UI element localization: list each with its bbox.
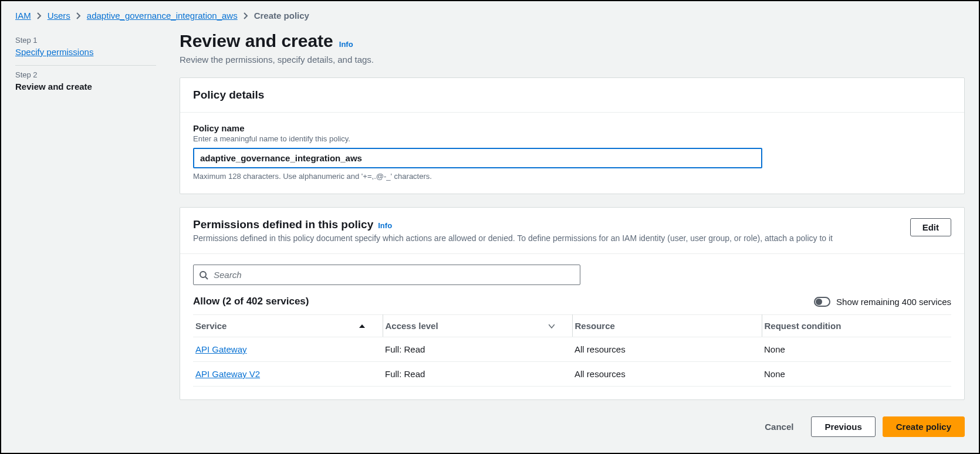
edit-button[interactable]: Edit [910,218,951,236]
show-remaining-label: Show remaining 400 services [836,297,951,307]
service-link-api-gateway-v2[interactable]: API Gateway V2 [195,369,260,379]
svg-line-1 [205,277,208,279]
policy-name-constraint: Maximum 128 characters. Use alphanumeric… [193,172,951,181]
allow-summary: Allow (2 of 402 services) [193,296,309,307]
show-remaining-toggle[interactable] [814,297,830,307]
chevron-right-icon [244,12,248,19]
breadcrumb-user-name[interactable]: adaptive_governance_integration_aws [87,11,238,21]
page-subtitle: Review the permissions, specify details,… [180,55,965,65]
chevron-right-icon [37,12,42,19]
service-link-api-gateway[interactable]: API Gateway [195,344,247,354]
cell-resource: All resources [572,337,762,362]
cancel-button[interactable]: Cancel [754,417,804,436]
sort-asc-icon [359,323,365,329]
step-2: Step 2 Review and create [15,66,156,100]
sort-none-icon [549,323,555,329]
col-resource: Resource [572,315,762,337]
permissions-description: Permissions defined in this policy docum… [193,233,833,243]
policy-details-panel: Policy details Policy name Enter a meani… [180,77,965,194]
table-row: API Gateway Full: Read All resources Non… [193,337,951,362]
table-row: API Gateway V2 Full: Read All resources … [193,362,951,387]
policy-details-title: Policy details [193,89,264,101]
cell-access: Full: Read [383,337,572,362]
col-access-level[interactable]: Access level [383,315,572,337]
create-policy-button[interactable]: Create policy [883,416,965,437]
permissions-table: Service Access level [193,314,951,387]
previous-button[interactable]: Previous [811,416,875,437]
wizard-stepper: Step 1 Specify permissions Step 2 Review… [15,31,156,100]
policy-name-input[interactable] [193,148,762,168]
cell-condition: None [762,337,951,362]
svg-point-0 [200,272,206,277]
search-icon [199,270,208,280]
policy-name-hint: Enter a meaningful name to identify this… [193,134,951,143]
main-content: Review and create Info Review the permis… [180,31,965,437]
breadcrumb-users[interactable]: Users [48,11,70,21]
permissions-panel: Permissions defined in this policy Info … [180,207,965,400]
step-2-label: Step 2 [15,70,156,79]
page-title: Review and create [180,31,333,51]
page-info-link[interactable]: Info [339,40,353,49]
chevron-right-icon [76,12,81,19]
step-1-label: Step 1 [15,36,156,45]
cell-access: Full: Read [383,362,572,387]
step-1-title[interactable]: Specify permissions [15,47,93,57]
breadcrumb-iam[interactable]: IAM [15,11,31,21]
footer-actions: Cancel Previous Create policy [180,413,965,437]
cell-resource: All resources [572,362,762,387]
cell-condition: None [762,362,951,387]
search-input[interactable] [193,265,580,285]
policy-name-label: Policy name [193,123,951,133]
col-request-condition: Request condition [762,315,951,337]
breadcrumb-current: Create policy [254,11,309,21]
permissions-title: Permissions defined in this policy [193,218,373,231]
col-service[interactable]: Service [193,315,383,337]
breadcrumb: IAM Users adaptive_governance_integratio… [15,11,965,21]
step-2-title: Review and create [15,82,156,92]
step-1: Step 1 Specify permissions [15,31,156,66]
permissions-info-link[interactable]: Info [378,221,392,230]
